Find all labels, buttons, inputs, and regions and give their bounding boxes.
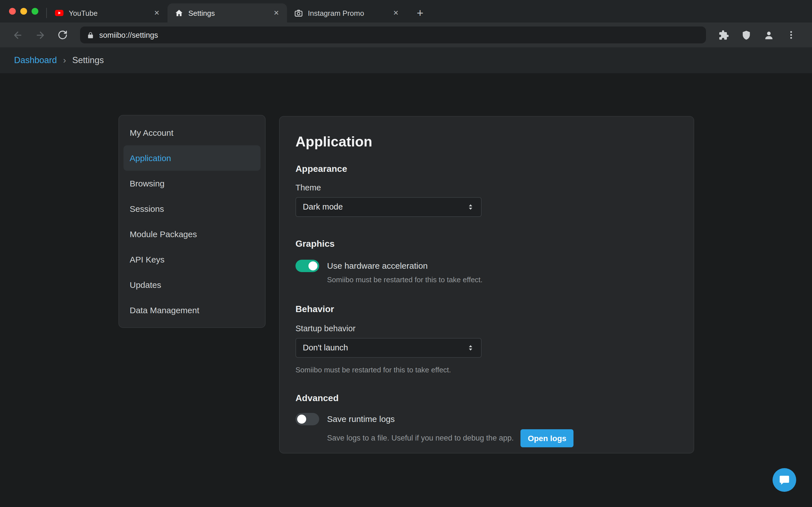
sidebar-item-my-account[interactable]: My Account [123, 120, 260, 145]
behavior-helper-text: Somiibo must be restarted for this to ta… [296, 365, 678, 375]
app-window: YouTube ✕ Settings ✕ Instagram Promo ✕ + [0, 0, 812, 507]
hardware-acceleration-row: Use hardware acceleration [296, 260, 678, 272]
new-tab-button[interactable]: + [412, 5, 428, 21]
youtube-icon [55, 8, 64, 17]
toggle-knob [308, 262, 317, 270]
advanced-helper-row: Save logs to a file. Useful if you need … [327, 429, 678, 447]
minimize-window-button[interactable] [20, 8, 27, 15]
graphics-heading: Graphics [296, 238, 678, 249]
appearance-heading: Appearance [296, 163, 678, 175]
shield-icon [741, 30, 751, 40]
breadcrumb: Dashboard › Settings [0, 47, 812, 73]
tab-separator [46, 8, 47, 18]
theme-select-value: Dark mode [303, 203, 343, 212]
breadcrumb-dashboard-link[interactable]: Dashboard [14, 55, 57, 65]
theme-label: Theme [296, 182, 678, 193]
camera-icon [294, 8, 303, 17]
sidebar-item-browsing[interactable]: Browsing [123, 171, 260, 196]
settings-sidebar: My Account Application Browsing Sessions… [118, 115, 266, 328]
sidebar-item-data-management[interactable]: Data Management [123, 297, 260, 323]
breadcrumb-chevron-icon: › [63, 55, 66, 65]
theme-select[interactable]: Dark mode [296, 197, 481, 217]
chat-fab-button[interactable] [772, 468, 796, 492]
tab-title: Settings [188, 9, 266, 17]
advanced-helper-text: Save logs to a file. Useful if you need … [327, 434, 514, 443]
behavior-heading: Behavior [296, 304, 678, 315]
shield-button[interactable] [737, 25, 756, 45]
breadcrumb-current: Settings [72, 55, 104, 65]
sidebar-item-updates[interactable]: Updates [123, 272, 260, 297]
back-arrow-icon [12, 30, 23, 40]
application-settings-panel: Application Appearance Theme Dark mode G… [279, 116, 694, 453]
tab-youtube[interactable]: YouTube ✕ [48, 3, 167, 22]
hardware-acceleration-label: Use hardware acceleration [327, 261, 428, 271]
save-runtime-logs-label: Save runtime logs [327, 414, 395, 424]
startup-behavior-select-value: Don't launch [303, 343, 348, 352]
lock-icon [87, 31, 94, 39]
toolbar-right-icons [714, 25, 804, 45]
puzzle-icon [718, 30, 729, 40]
home-icon [174, 8, 183, 17]
browser-toolbar: somiibo://settings [0, 22, 812, 47]
startup-behavior-select[interactable]: Don't launch [296, 338, 481, 358]
close-window-button[interactable] [9, 8, 16, 15]
toggle-knob [297, 414, 306, 424]
select-updown-icon [467, 203, 474, 211]
sidebar-item-module-packages[interactable]: Module Packages [123, 221, 260, 247]
window-controls [0, 0, 46, 22]
page-title: Application [296, 133, 678, 150]
sidebar-item-api-keys[interactable]: API Keys [123, 247, 260, 272]
tab-strip: YouTube ✕ Settings ✕ Instagram Promo ✕ + [0, 0, 812, 22]
extensions-button[interactable] [714, 25, 733, 45]
tab-title: Instagram Promo [308, 9, 386, 17]
kebab-menu-icon [786, 30, 796, 40]
sidebar-item-application[interactable]: Application [123, 145, 260, 171]
address-bar[interactable]: somiibo://settings [80, 26, 706, 43]
open-logs-button[interactable]: Open logs [520, 429, 574, 447]
hardware-acceleration-toggle[interactable] [296, 260, 319, 272]
settings-page: My Account Application Browsing Sessions… [0, 73, 812, 507]
select-updown-icon [467, 344, 474, 352]
sidebar-item-sessions[interactable]: Sessions [123, 196, 260, 221]
reload-icon [57, 30, 68, 40]
graphics-helper-text: Somiibo must be restarted for this to ta… [327, 275, 678, 284]
profile-button[interactable] [759, 25, 778, 45]
forward-arrow-icon [35, 30, 45, 40]
save-runtime-logs-toggle[interactable] [296, 413, 319, 425]
tab-instagram-promo[interactable]: Instagram Promo ✕ [287, 3, 407, 22]
reload-button[interactable] [53, 25, 72, 45]
forward-button[interactable] [31, 25, 50, 45]
menu-button[interactable] [781, 25, 801, 45]
person-icon [763, 30, 774, 40]
close-tab-icon[interactable]: ✕ [152, 8, 162, 18]
back-button[interactable] [8, 25, 27, 45]
close-tab-icon[interactable]: ✕ [391, 8, 401, 18]
tab-title: YouTube [69, 9, 147, 17]
chat-bubble-icon [779, 474, 790, 486]
zoom-window-button[interactable] [32, 8, 38, 15]
advanced-heading: Advanced [296, 393, 678, 404]
url-text: somiibo://settings [99, 31, 158, 39]
startup-behavior-label: Startup behavior [296, 323, 678, 334]
tab-settings[interactable]: Settings ✕ [167, 3, 287, 22]
save-runtime-logs-row: Save runtime logs [296, 413, 678, 425]
close-tab-icon[interactable]: ✕ [271, 8, 282, 18]
